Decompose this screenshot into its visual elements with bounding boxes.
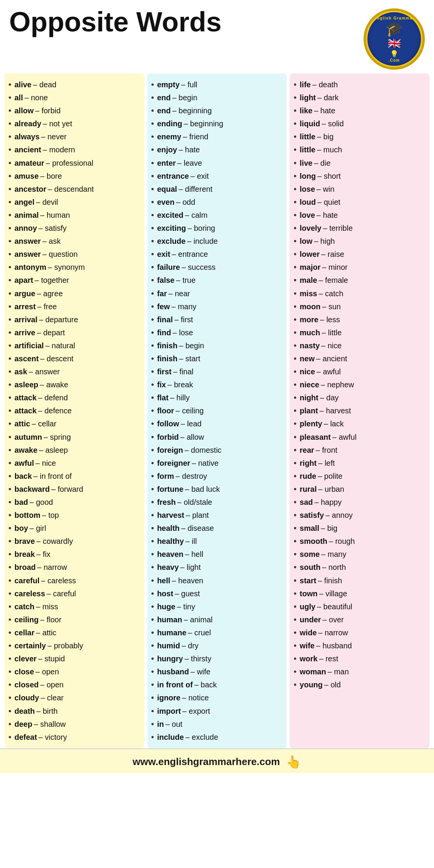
list-item: brave – cowardly [8,535,140,548]
list-item: cloudy – clear [8,691,140,704]
list-item: sad – happy [294,496,426,509]
list-item: foreigner – native [151,457,283,470]
list-item: huge – tiny [151,600,283,613]
list-item: night – day [294,391,426,404]
list-item: humane – cruel [151,626,283,639]
list-item: closed – open [8,678,140,691]
list-item: end – beginning [151,104,283,117]
list-item: death – birth [8,705,140,718]
list-item: amateur – professional [8,157,140,170]
list-item: long – short [294,170,426,183]
list-item: already – not yet [8,117,140,130]
list-item: ascent – descent [8,352,140,365]
list-item: human – animal [151,613,283,626]
list-item: back – in front of [8,470,140,483]
list-item: enter – leave [151,157,283,170]
list-item: arrive – depart [8,326,140,339]
word-list-col3: life – deathlight – darklike – hateliqui… [294,78,426,691]
list-item: break – fix [8,548,140,561]
list-item: allow – forbid [8,104,140,117]
list-item: enemy – friend [151,130,283,143]
list-item: excited – calm [151,209,283,222]
list-item: healthy – ill [151,535,283,548]
list-item: hell – heaven [151,574,283,587]
list-item: apart – together [8,274,140,287]
list-item: flat – hilly [151,391,283,404]
column-yellow: alive – deadall – noneallow – forbidalre… [5,73,144,748]
list-item: end – begin [151,91,283,104]
list-item: careful – careless [8,574,140,587]
list-item: in – out [151,718,283,731]
list-item: ceiling – floor [8,613,140,626]
list-item: backward – forward [8,483,140,496]
list-item: lower – raise [294,248,426,261]
list-item: bad – good [8,496,140,509]
logo-text-bottom: .Com [389,58,400,62]
footer-icon: 👆 [286,755,301,769]
list-item: niece – nephew [294,378,426,391]
list-item: attic – cellar [8,417,140,430]
list-item: forbid – allow [151,431,283,444]
list-item: rear – front [294,444,426,457]
list-item: plenty – lack [294,417,426,430]
list-item: hungry – thirsty [151,652,283,665]
list-item: heaven – hell [151,548,283,561]
list-item: like – hate [294,104,426,117]
list-item: fix – break [151,378,283,391]
list-item: autumn – spring [8,431,140,444]
list-item: live – die [294,157,426,170]
list-item: bottom – top [8,509,140,522]
list-item: annoy – satisfy [8,222,140,235]
list-item: ugly – beautiful [294,600,426,613]
list-item: little – much [294,143,426,156]
list-item: enjoy – hate [151,143,283,156]
list-item: nice – awful [294,365,426,378]
list-item: town – village [294,587,426,600]
list-item: close – open [8,665,140,678]
list-item: ignore – notice [151,691,283,704]
list-item: include – exclude [151,731,283,744]
list-item: all – none [8,91,140,104]
list-item: under – over [294,613,426,626]
footer-url: www.englishgrammarhere.com [133,756,280,768]
list-item: far – near [151,287,283,300]
list-item: harvest – plant [151,509,283,522]
list-item: finish – start [151,352,283,365]
list-item: form – destroy [151,470,283,483]
list-item: answer – ask [8,235,140,248]
list-item: heavy – light [151,561,283,574]
list-item: exclude – include [151,235,283,248]
list-item: humid – dry [151,639,283,652]
list-item: answer – question [8,248,140,261]
list-item: ending – beginning [151,117,283,130]
list-item: life – death [294,78,426,91]
list-item: entrance – exit [151,170,283,183]
list-item: fresh – old/stale [151,496,283,509]
list-item: false – true [151,274,283,287]
list-item: moon – sun [294,300,426,313]
list-item: some – many [294,548,426,561]
list-item: asleep – awake [8,378,140,391]
logo-text-top: English Grammar [374,16,414,20]
list-item: follow – lead [151,417,283,430]
word-list-col1: alive – deadall – noneallow – forbidalre… [8,78,140,744]
list-item: ask – answer [8,365,140,378]
list-item: angel – devil [8,196,140,209]
list-item: finish – begin [151,339,283,352]
list-item: attack – defend [8,391,140,404]
column-pink: life – deathlight – darklike – hateliqui… [290,73,429,748]
list-item: attack – defence [8,404,140,417]
list-item: plant – harvest [294,404,426,417]
list-item: host – guest [151,587,283,600]
list-item: more – less [294,313,426,326]
list-item: antonym – synonym [8,261,140,274]
list-item: smooth – rough [294,535,426,548]
list-item: foreign – domestic [151,444,283,457]
list-item: health – disease [151,522,283,535]
list-item: wide – narrow [294,626,426,639]
list-item: cellar – attic [8,626,140,639]
list-item: miss – catch [294,287,426,300]
list-item: alive – dead [8,78,140,91]
list-item: floor – ceiling [151,404,283,417]
list-item: argue – agree [8,287,140,300]
